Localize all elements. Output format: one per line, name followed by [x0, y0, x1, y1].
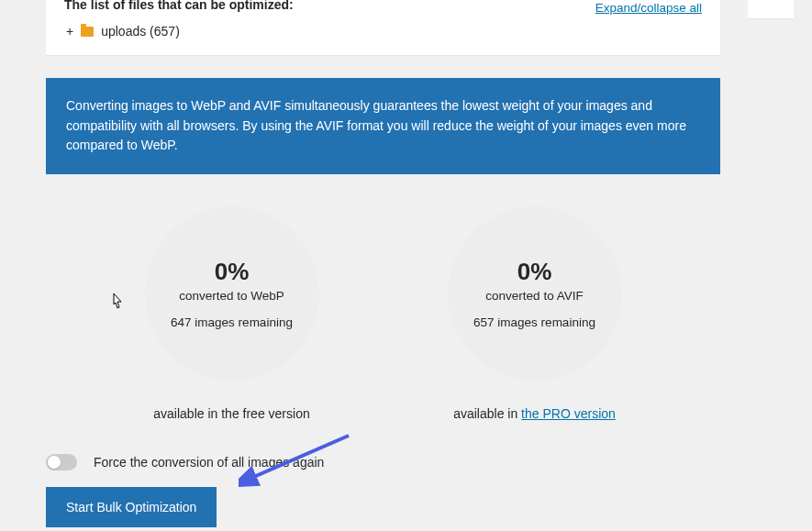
pro-version-link[interactable]: the PRO version: [521, 406, 616, 421]
converted-label-avif: converted to AVIF: [485, 289, 583, 303]
available-avif-prefix: available in: [453, 406, 521, 421]
progress-circle-avif: 0% converted to AVIF 657 images remainin…: [448, 206, 622, 381]
start-bulk-optimization-button[interactable]: Start Bulk Optimization: [46, 487, 217, 527]
file-list-title: The list of files that can be optimized:: [64, 0, 294, 12]
expand-collapse-link[interactable]: Expand/collapse all: [595, 1, 702, 15]
converted-label-webp: converted to WebP: [179, 289, 284, 303]
file-list-card: The list of files that can be optimized:…: [46, 0, 720, 55]
tree-row-uploads[interactable]: + uploads (657): [64, 24, 702, 39]
stat-block-avif: 0% converted to AVIF 657 images remainin…: [416, 206, 654, 421]
available-webp: available in the free version: [113, 406, 351, 421]
info-banner: Converting images to WebP and AVIF simul…: [46, 78, 720, 174]
stats-row: 0% converted to WebP 647 images remainin…: [46, 206, 720, 421]
stat-block-webp: 0% converted to WebP 647 images remainin…: [113, 206, 351, 421]
percent-avif: 0%: [517, 258, 552, 286]
available-avif: available in the PRO version: [416, 406, 654, 421]
remaining-webp: 647 images remaining: [171, 315, 293, 329]
remaining-avif: 657 images remaining: [473, 315, 595, 329]
tree-item-label: uploads (657): [101, 24, 180, 39]
file-list-header: The list of files that can be optimized:…: [64, 0, 702, 15]
folder-icon: [81, 27, 94, 37]
force-conversion-row: Force the conversion of all images again: [46, 454, 720, 470]
force-conversion-label: Force the conversion of all images again: [94, 455, 324, 470]
info-banner-text: Converting images to WebP and AVIF simul…: [66, 98, 686, 152]
plus-icon: +: [66, 25, 73, 38]
force-conversion-toggle[interactable]: [46, 454, 77, 470]
progress-circle-webp: 0% converted to WebP 647 images remainin…: [145, 206, 319, 381]
percent-webp: 0%: [215, 258, 250, 286]
sidebar-right-panel: [748, 0, 794, 18]
